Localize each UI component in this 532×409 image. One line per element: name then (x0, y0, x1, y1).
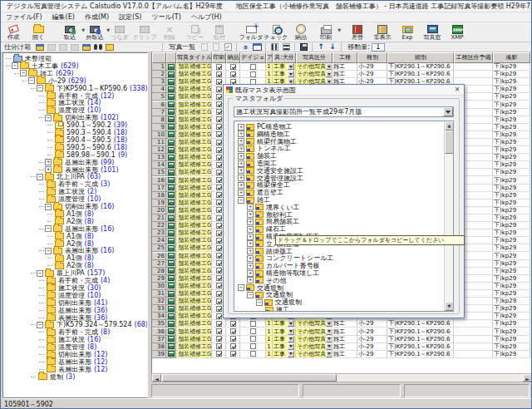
print-checkbox[interactable] (216, 64, 222, 70)
photo-title-cell[interactable]: 舗装補修工G (176, 86, 212, 93)
satsuei-cell[interactable]: 下)kp29 (493, 93, 530, 101)
column-header-saibetsu[interactable]: 細別 (387, 52, 454, 63)
expand-icon[interactable]: + (247, 211, 254, 218)
satsuei-cell[interactable]: 下)kp29 (493, 146, 530, 154)
column-header-title[interactable]: 写真タイトル (176, 52, 212, 63)
print-button[interactable]: 印刷▼ (313, 23, 338, 42)
column-header-satsuei[interactable]: 撮影 (493, 52, 530, 63)
table-row[interactable]: 2舗装補修工G1工事その他写真雑工小-29下)KP290.1～KP290.6下)… (152, 71, 530, 78)
print-cell[interactable] (212, 351, 226, 358)
print-checkbox[interactable] (216, 86, 222, 92)
kubun-cell[interactable]: その他写真 (296, 63, 332, 71)
kubun-cell[interactable]: その他写真 (296, 343, 332, 351)
koushu-cell[interactable]: 雑工 (332, 328, 357, 336)
collapse-icon[interactable]: − (247, 292, 254, 298)
check-edit-icon[interactable]: ✓ (223, 43, 233, 52)
table-row[interactable]: 1舗装補修工G1工事その他写真雑工小-29下)KP290.1～KP290.6下)… (152, 63, 530, 71)
move-up-icon[interactable]: ↑ (316, 43, 326, 52)
photo-title-cell[interactable]: 舗装補修工G (176, 244, 212, 252)
satsuei-cell[interactable]: 下)kp29 (493, 109, 530, 116)
expand-icon[interactable]: + (247, 204, 254, 210)
digest-checkbox[interactable] (250, 321, 256, 327)
satsuei-cell[interactable]: 下)kp29 (493, 253, 530, 260)
print-cell[interactable] (212, 71, 226, 78)
print-checkbox[interactable] (216, 343, 222, 349)
expand-icon[interactable]: + (247, 234, 254, 240)
replace-button[interactable]: 差替 (345, 23, 370, 42)
dropdown-icon[interactable] (326, 351, 332, 357)
delivery-cell[interactable] (226, 328, 240, 336)
column-header-kubun[interactable]: 写真区分 (296, 52, 332, 63)
photo-title-cell[interactable]: 舗装補修工G (176, 229, 212, 237)
photo-title-cell[interactable]: 舗装補修工G (176, 207, 212, 214)
photo-title-cell[interactable]: 舗装補修工G (176, 237, 212, 244)
photo-title-cell[interactable]: 舗装補修工G (176, 169, 212, 176)
print-checkbox[interactable] (216, 321, 222, 327)
digest-checkbox[interactable] (250, 328, 256, 334)
print-checkbox[interactable] (216, 245, 222, 251)
photo-title-cell[interactable]: 舗装補修工G (176, 343, 212, 351)
column-header-print[interactable]: 印刷 (212, 52, 226, 63)
satsuei-cell[interactable]: 下)kp29 (493, 237, 530, 244)
hide-button[interactable]: 非表示 (370, 23, 395, 42)
collapse-icon[interactable]: − (37, 322, 43, 328)
table-row[interactable]: 37舗装補修工G1工事その他写真雑工小-29下)KP290.1～KP290.6下… (152, 336, 530, 343)
dropdown-icon[interactable] (326, 328, 332, 335)
menu-item[interactable]: ヘルプ(H) (186, 12, 227, 22)
expand-icon[interactable]: + (247, 219, 254, 225)
satsuei-cell[interactable]: 下)kp29 (493, 161, 530, 169)
print-checkbox[interactable] (216, 207, 222, 213)
print-checkbox[interactable] (216, 94, 222, 100)
dropdown-icon[interactable] (288, 351, 294, 357)
shubetsu-cell[interactable]: 小-29 (357, 71, 387, 78)
satsuei-cell[interactable]: 下)kp29 (493, 328, 530, 336)
font-size-icon[interactable]: ａ (240, 43, 250, 52)
print-checkbox[interactable] (216, 162, 222, 168)
major-cell[interactable]: 工事 (273, 343, 296, 351)
saibetsu-cell[interactable]: 下)KP290.1～KP290.6 (387, 343, 454, 351)
photo-title-cell[interactable]: 舗装補修工G (176, 93, 212, 101)
print-checkbox[interactable] (216, 155, 222, 160)
yobi-cell[interactable] (454, 351, 493, 358)
koushu-cell[interactable]: 雑工 (332, 351, 357, 358)
print-checkbox[interactable] (216, 200, 222, 205)
table-row[interactable]: 36舗装補修工G1工事その他写真雑工小-29下)KP290.1～KP290.6下… (152, 328, 530, 336)
delivery-checkbox[interactable] (230, 71, 236, 77)
shubetsu-cell[interactable]: 小-29 (357, 63, 387, 71)
photo-title-cell[interactable]: 舗装補修工G (176, 305, 212, 313)
koushu-cell[interactable]: 雑工 (332, 320, 357, 328)
move-amount-input[interactable] (372, 43, 385, 52)
menu-item[interactable]: 設定(S) (114, 12, 146, 22)
saibetsu-cell[interactable]: 下)KP290.1～KP290.6 (387, 320, 454, 328)
print-checkbox[interactable] (216, 101, 222, 107)
column-header-num[interactable] (152, 52, 166, 63)
import-button[interactable]: 取込▼ (57, 23, 82, 42)
shubetsu-cell[interactable]: 小-29 (357, 336, 387, 343)
scroll-left-icon[interactable]: ◄ (152, 374, 161, 382)
major-cell[interactable]: 工事 (273, 336, 296, 343)
external-import-button[interactable]: 外取込▼ (82, 23, 107, 42)
print-checkbox[interactable] (216, 147, 222, 153)
expand-icon[interactable]: + (238, 153, 244, 160)
yobi-cell[interactable] (454, 320, 493, 328)
print-cell[interactable] (212, 328, 226, 336)
expand-icon[interactable]: + (247, 255, 254, 262)
saibetsu-cell[interactable]: 下)KP290.1～KP290.6 (387, 71, 454, 78)
scroll-down-icon[interactable]: ▼ (445, 302, 454, 311)
photo-title-cell[interactable]: 舗装補修工G (176, 131, 212, 139)
satsuei-cell[interactable]: 下)kp29 (493, 139, 530, 146)
satsuei-cell[interactable]: 下)kp29 (493, 101, 530, 109)
dropdown-icon[interactable] (326, 71, 332, 77)
expand-icon[interactable]: + (45, 159, 52, 165)
copy-sort-box-icon[interactable] (58, 43, 68, 52)
expand-icon[interactable]: + (247, 248, 254, 254)
print-checkbox[interactable] (216, 283, 222, 288)
digest-checkbox[interactable] (250, 351, 256, 357)
photo-title-cell[interactable]: 舗装補修工G (176, 154, 212, 161)
menu-item[interactable]: ファイル(F) (1, 12, 47, 22)
digest-cell[interactable] (240, 343, 266, 351)
dropdown-icon[interactable] (326, 63, 332, 70)
print-cell[interactable] (212, 336, 226, 343)
sort-box-icon[interactable] (81, 43, 91, 52)
doc-edit-icon[interactable] (211, 43, 221, 52)
